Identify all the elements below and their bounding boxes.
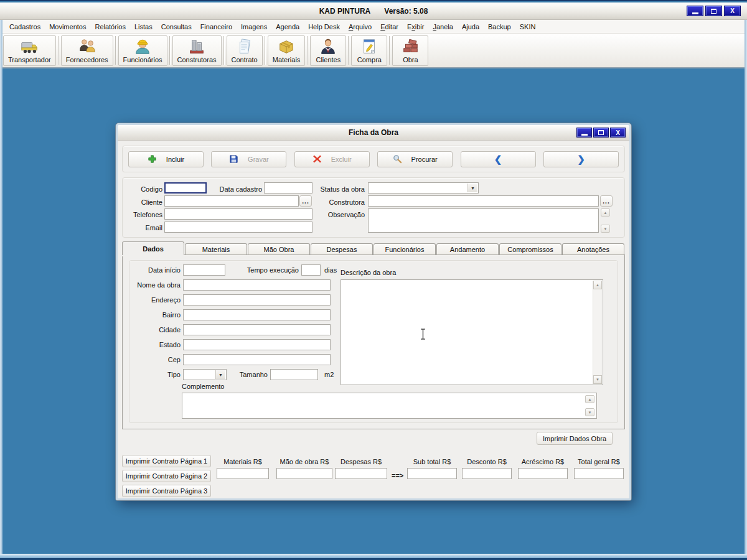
minimize-button[interactable]: [687, 6, 703, 16]
observacao-textarea[interactable]: [368, 208, 599, 233]
app-version: Versão: 5.08: [384, 7, 428, 16]
codigo-label: Codigo: [123, 185, 162, 193]
cliente-input[interactable]: [164, 195, 299, 207]
incluir-button[interactable]: Incluir: [128, 151, 204, 167]
imprimir-contrato-pagina-3-button[interactable]: Imprimir Contrato Página 3: [122, 485, 211, 497]
status-da-obra-label: Status da obra: [309, 185, 365, 193]
toolbar-button-compra[interactable]: Compra: [351, 35, 387, 66]
complemento-textarea[interactable]: ▲ ▼: [182, 393, 597, 419]
cidade-input[interactable]: [183, 324, 331, 335]
menu-item-agenda[interactable]: Agenda: [271, 21, 304, 33]
descricao-scrollbar[interactable]: ▲ ▼: [593, 281, 602, 384]
imprimir-dados-obra-button[interactable]: Imprimir Dados Obra: [537, 432, 613, 445]
menu-item-ajuda[interactable]: Ajuda: [458, 21, 484, 33]
telefones-input[interactable]: [164, 208, 312, 220]
construtora-input[interactable]: [368, 195, 599, 207]
tab-materiais[interactable]: Materiais: [185, 243, 247, 255]
menu-item-cadastros[interactable]: Cadastros: [5, 21, 45, 33]
materiais-total-label: Materiais R$: [217, 458, 269, 465]
menu-item-imagens[interactable]: Imagens: [237, 21, 271, 33]
total-geral-input[interactable]: [574, 468, 624, 479]
dados-tab-panel: Data início Tempo execução dias Nome da …: [122, 254, 625, 429]
descricao-da-obra-textarea[interactable]: ▲ ▼: [341, 279, 603, 385]
menu-item-janela[interactable]: Janela: [428, 21, 457, 33]
despesas-total-input[interactable]: [335, 468, 387, 479]
scroll-down-icon[interactable]: ▼: [593, 375, 602, 384]
sub-total-input[interactable]: [407, 468, 457, 479]
cidade-label: Cidade: [133, 326, 181, 334]
materiais-total-input[interactable]: [217, 468, 269, 479]
imprimir-contrato-pagina-2-button[interactable]: Imprimir Contrato Página 2: [122, 470, 211, 482]
dialog-maximize-button[interactable]: [593, 128, 609, 138]
menu-item-relatorios[interactable]: Relatórios: [90, 21, 130, 33]
previous-record-button[interactable]: ❮: [461, 151, 536, 167]
close-button[interactable]: X: [724, 6, 741, 16]
procurar-button[interactable]: Procurar: [377, 151, 453, 167]
menu-item-movimentos[interactable]: Movimentos: [45, 21, 90, 33]
excluir-button[interactable]: Excluir: [294, 151, 370, 167]
estado-input[interactable]: [183, 339, 331, 350]
nome-da-obra-input[interactable]: [183, 279, 331, 291]
scroll-up-icon[interactable]: ▲: [593, 281, 602, 289]
maximize-button[interactable]: [705, 6, 722, 16]
tipo-label: Tipo: [133, 371, 181, 378]
toolbar-button-construtoras[interactable]: Construtoras: [172, 35, 222, 66]
spin-up-icon[interactable]: ▲: [585, 395, 594, 403]
imprimir-contrato-pagina-1-button[interactable]: Imprimir Contrato Página 1: [122, 455, 211, 467]
toolbar-button-funcionarios[interactable]: Funcionários: [118, 35, 167, 66]
desconto-input[interactable]: [462, 468, 512, 479]
email-input[interactable]: [164, 222, 312, 233]
bairro-input[interactable]: [183, 309, 331, 320]
data-cadastro-input[interactable]: [264, 182, 312, 194]
tab-funcionarios[interactable]: Funcionários: [374, 243, 436, 255]
tab-mao-obra[interactable]: Mão Obra: [248, 243, 310, 255]
menu-item-exibir[interactable]: Exibir: [403, 21, 429, 33]
mao-de-obra-total-input[interactable]: [276, 468, 332, 479]
tipo-select[interactable]: ▼: [183, 369, 227, 380]
gravar-button[interactable]: Gravar: [211, 151, 286, 167]
menu-item-help-desk[interactable]: Help Desk: [304, 21, 344, 33]
dialog-close-button[interactable]: X: [610, 128, 626, 138]
tempo-execucao-label: Tempo execução: [242, 266, 299, 274]
chevron-down-icon[interactable]: ▼: [467, 184, 477, 192]
dialog-minimize-button[interactable]: [576, 128, 592, 138]
dialog-window-controls: X: [576, 128, 626, 138]
dialog-titlebar[interactable]: Ficha da Obra X: [118, 125, 629, 141]
toolbar-button-clientes[interactable]: Clientes: [310, 35, 346, 66]
menu-item-skin[interactable]: SKIN: [515, 21, 540, 33]
chevron-down-icon[interactable]: ▼: [215, 370, 225, 379]
toolbar-label: Funcionários: [123, 56, 162, 63]
codigo-input[interactable]: [164, 182, 207, 194]
status-da-obra-select[interactable]: ▼: [368, 182, 479, 194]
spin-down-icon[interactable]: ▼: [585, 408, 594, 416]
toolbar-button-materiais[interactable]: Materiais: [268, 35, 306, 66]
toolbar-button-contrato[interactable]: Contrato: [227, 35, 263, 66]
construtora-browse-button[interactable]: ...: [600, 195, 613, 207]
menu-item-listas[interactable]: Listas: [130, 21, 157, 33]
tamanho-input[interactable]: [270, 369, 318, 380]
acrescimo-input[interactable]: [518, 468, 568, 479]
toolbar-button-obra[interactable]: Obra: [392, 35, 428, 66]
tab-despesas[interactable]: Despesas: [311, 243, 373, 255]
cep-input[interactable]: [183, 354, 331, 365]
tab-dados[interactable]: Dados: [122, 241, 184, 255]
menu-item-arquivo[interactable]: Arquivo: [344, 21, 376, 33]
data-inicio-input[interactable]: [183, 264, 225, 276]
menu-item-financeiro[interactable]: Financeiro: [196, 21, 237, 33]
menu-item-backup[interactable]: Backup: [484, 21, 515, 33]
tab-anotacoes[interactable]: Anotações: [562, 243, 624, 255]
maximize-icon: [598, 130, 604, 135]
spin-up-icon[interactable]: ▲: [601, 208, 610, 217]
tab-andamento[interactable]: Andamento: [436, 243, 499, 255]
total-geral-label: Total geral R$: [574, 458, 624, 465]
endereco-input[interactable]: [183, 294, 331, 306]
tempo-execucao-input[interactable]: [301, 264, 321, 276]
tab-compromissos[interactable]: Compromissos: [499, 243, 561, 255]
menu-item-consultas[interactable]: Consultas: [157, 21, 196, 33]
client-icon: [319, 37, 337, 56]
next-record-button[interactable]: ❯: [543, 151, 619, 167]
toolbar-button-fornecedores[interactable]: Fornecedores: [61, 35, 113, 66]
toolbar-button-transportador[interactable]: Transportador: [3, 35, 56, 66]
menu-item-editar[interactable]: Editar: [376, 21, 403, 33]
spin-down-icon[interactable]: ▼: [601, 225, 610, 233]
